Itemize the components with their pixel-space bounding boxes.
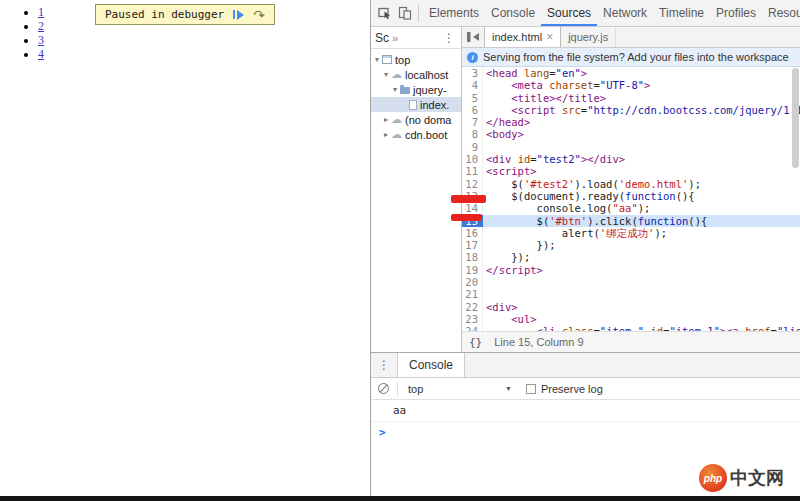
file-tabs: index.html×jquery.js xyxy=(484,27,616,47)
file-tab-bar: index.html×jquery.js xyxy=(462,27,800,48)
line-number[interactable]: 22 xyxy=(462,301,483,313)
code-line[interactable]: 10<div id="test2"></div> xyxy=(462,153,800,165)
list-item: 3 xyxy=(38,34,370,47)
tree-item-jquery[interactable]: ▾jquery- xyxy=(371,82,461,97)
code-line[interactable]: 12 $('#test2').load('demo.html'); xyxy=(462,178,800,190)
clear-console-icon[interactable] xyxy=(378,383,389,394)
line-number[interactable]: 3 xyxy=(462,67,483,79)
chevron-overflow-icon[interactable]: » xyxy=(392,32,398,44)
line-number[interactable]: 9 xyxy=(462,141,483,153)
close-icon[interactable]: × xyxy=(546,30,553,44)
code-line[interactable]: 6 <script src="http://cdn.bootcss.com/jq… xyxy=(462,104,800,116)
chevron-down-icon[interactable]: ▾ xyxy=(373,55,381,64)
code-line[interactable]: 20 xyxy=(462,276,800,288)
line-number[interactable]: 23 xyxy=(462,313,483,325)
devtools-tab-resources[interactable]: Resources xyxy=(762,0,800,26)
console-drawer-header: ⋮ Console xyxy=(371,352,800,378)
chevron-right-icon[interactable]: ▸ xyxy=(382,115,390,124)
line-number[interactable]: 19 xyxy=(462,264,483,276)
line-number[interactable]: 18 xyxy=(462,251,483,263)
code-line[interactable]: 3<head lang="en"> xyxy=(462,67,800,79)
devtools-panel: ElementsConsoleSourcesNetworkTimelinePro… xyxy=(370,0,800,496)
tree-item-localhost[interactable]: ▾☁localhost xyxy=(371,67,461,82)
code-line[interactable]: 7</head> xyxy=(462,116,800,128)
tab-console[interactable]: Console xyxy=(397,353,465,377)
line-number[interactable]: 14 xyxy=(462,202,483,214)
code-line[interactable]: 22<div> xyxy=(462,301,800,313)
page-link[interactable]: 1 xyxy=(38,5,44,19)
code-lines: 3<head lang="en">4 <meta charset="UTF-8"… xyxy=(462,67,800,331)
line-number[interactable]: 12 xyxy=(462,178,483,190)
code-line[interactable]: 4 <meta charset="UTF-8"> xyxy=(462,79,800,91)
scrollbar-thumb[interactable] xyxy=(792,68,799,168)
preserve-log-checkbox[interactable] xyxy=(526,384,536,394)
page-link[interactable]: 2 xyxy=(38,19,44,33)
line-number[interactable]: 6 xyxy=(462,104,483,116)
code-line[interactable]: 5 <title></title> xyxy=(462,92,800,104)
code-line[interactable]: 9 xyxy=(462,141,800,153)
drawer-menu-icon[interactable]: ⋮ xyxy=(371,358,397,372)
line-number[interactable]: 17 xyxy=(462,239,483,251)
code-line[interactable]: 8<body> xyxy=(462,128,800,140)
tree-item-index[interactable]: index. xyxy=(371,97,461,112)
chevron-down-icon[interactable]: ▾ xyxy=(382,70,390,79)
code-line[interactable]: 11<script> xyxy=(462,165,800,177)
line-number[interactable]: 16 xyxy=(462,227,483,239)
device-mode-icon[interactable] xyxy=(396,5,413,22)
code-text xyxy=(483,288,486,300)
code-line[interactable]: 21 xyxy=(462,288,800,300)
page-link[interactable]: 4 xyxy=(38,47,44,61)
page-link[interactable]: 3 xyxy=(38,33,44,47)
code-line[interactable]: 24 <li class="item-" id="item-1"><a href… xyxy=(462,325,800,331)
console-prompt[interactable]: > xyxy=(371,422,800,443)
tree-item-top[interactable]: ▾top xyxy=(371,52,461,67)
code-line[interactable]: 19</script> xyxy=(462,264,800,276)
devtools-tab-console[interactable]: Console xyxy=(485,0,541,26)
source-editor: index.html×jquery.js i Serving from the … xyxy=(462,27,800,352)
chevron-right-icon[interactable]: ▸ xyxy=(382,130,390,139)
code-line[interactable]: 13 $(document).ready(function(){ xyxy=(462,190,800,202)
line-number[interactable]: 4 xyxy=(462,79,483,91)
devtools-tab-timeline[interactable]: Timeline xyxy=(653,0,710,26)
step-over-icon[interactable]: ↷ xyxy=(253,8,265,22)
line-number[interactable]: 7 xyxy=(462,116,483,128)
devtools-tab-elements[interactable]: Elements xyxy=(423,0,485,26)
file-tab-label: jquery.js xyxy=(568,31,608,43)
file-tab-index-html[interactable]: index.html× xyxy=(484,27,561,47)
sidebar-tab-sources[interactable]: Sc xyxy=(375,31,389,45)
devtools-tab-profiles[interactable]: Profiles xyxy=(710,0,762,26)
code-viewport[interactable]: 3<head lang="en">4 <meta charset="UTF-8"… xyxy=(462,67,800,331)
code-text: <div> xyxy=(483,301,518,313)
code-line[interactable]: 16 alert('绑定成功'); xyxy=(462,227,800,239)
code-line[interactable]: 17 }); xyxy=(462,239,800,251)
line-number[interactable]: 10 xyxy=(462,153,483,165)
file-icon xyxy=(409,100,417,110)
line-number[interactable]: 11 xyxy=(462,165,483,177)
chevron-down-icon[interactable]: ▾ xyxy=(391,85,399,94)
pretty-print-icon[interactable]: {} xyxy=(469,336,482,349)
code-text: <script src="http://cdn.bootcss.com/jque… xyxy=(483,104,800,116)
inspect-element-icon[interactable] xyxy=(376,5,393,22)
file-tab-jquery-js[interactable]: jquery.js xyxy=(561,27,616,47)
code-line[interactable]: 23 <ul> xyxy=(462,313,800,325)
resume-script-icon[interactable] xyxy=(233,10,244,20)
code-text: <div id="test2"></div> xyxy=(483,153,625,165)
line-number[interactable]: 21 xyxy=(462,288,483,300)
sidebar-menu-icon[interactable]: ⋮ xyxy=(441,31,457,45)
line-number[interactable]: 20 xyxy=(462,276,483,288)
preserve-log-label: Preserve log xyxy=(541,383,603,395)
tree-item-no-doma[interactable]: ▸☁(no doma xyxy=(371,112,461,127)
code-line[interactable]: 15 $('#btn').click(function(){ xyxy=(462,215,800,227)
line-number[interactable]: 5 xyxy=(462,92,483,104)
tree-item-cdn-boot[interactable]: ▸☁cdn.boot xyxy=(371,127,461,142)
hide-navigator-icon[interactable] xyxy=(462,27,484,47)
code-line[interactable]: 14 console.log("aa"); xyxy=(462,202,800,214)
code-text: </script> xyxy=(483,264,543,276)
line-number[interactable]: 8 xyxy=(462,128,483,140)
devtools-tab-sources[interactable]: Sources xyxy=(541,0,597,26)
code-text: $('#btn').click(function(){ xyxy=(483,215,707,227)
code-line[interactable]: 18 }); xyxy=(462,251,800,263)
devtools-tab-network[interactable]: Network xyxy=(597,0,653,26)
line-number[interactable]: 24 xyxy=(462,325,483,331)
execution-context-select[interactable]: top ▼ xyxy=(408,383,512,395)
